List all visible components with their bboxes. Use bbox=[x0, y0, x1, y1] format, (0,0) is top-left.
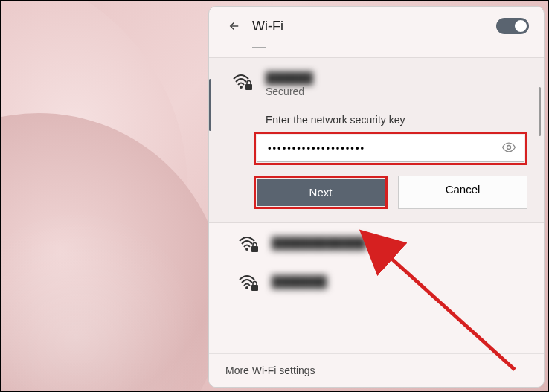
password-input-highlight bbox=[254, 132, 527, 165]
wifi-secured-icon bbox=[231, 71, 252, 89]
back-button[interactable] bbox=[224, 16, 245, 36]
svg-rect-6 bbox=[251, 285, 258, 291]
reveal-password-button[interactable] bbox=[501, 140, 516, 158]
available-network-item[interactable]: ███████ bbox=[209, 262, 544, 301]
svg-rect-4 bbox=[251, 246, 258, 252]
network-status: Secured bbox=[266, 86, 313, 97]
svg-rect-1 bbox=[245, 84, 252, 90]
svg-point-2 bbox=[507, 145, 511, 149]
wifi-toggle[interactable] bbox=[496, 18, 529, 34]
password-prompt: Enter the network security key bbox=[266, 114, 544, 126]
password-input[interactable] bbox=[257, 135, 524, 162]
flyout-header: Wi-Fi bbox=[209, 7, 544, 42]
svg-point-3 bbox=[245, 248, 248, 251]
svg-point-5 bbox=[245, 286, 248, 289]
available-network-item[interactable]: ████████████ bbox=[209, 223, 544, 262]
next-button-highlight: Next bbox=[254, 176, 388, 209]
wifi-secured-icon bbox=[237, 234, 258, 251]
wifi-flyout-panel: Wi-Fi ██████ Secured Enter the network bbox=[208, 6, 545, 388]
arrow-left-icon bbox=[228, 19, 241, 33]
network-header: ██████ Secured bbox=[209, 58, 544, 103]
wifi-secured-icon bbox=[237, 272, 258, 290]
button-row: Next Cancel bbox=[254, 176, 527, 209]
network-ssid: ███████ bbox=[272, 275, 327, 288]
more-wifi-settings-link[interactable]: More Wi-Fi settings bbox=[209, 353, 544, 387]
page-title: Wi-Fi bbox=[252, 19, 283, 34]
active-network-card: ██████ Secured Enter the network securit… bbox=[209, 57, 544, 223]
selection-indicator bbox=[209, 79, 211, 131]
scrollbar-thumb[interactable] bbox=[539, 87, 541, 136]
divider bbox=[252, 47, 266, 48]
network-ssid: ████████████ bbox=[272, 237, 367, 249]
eye-icon bbox=[501, 140, 516, 155]
cancel-button[interactable]: Cancel bbox=[398, 176, 527, 209]
network-ssid: ██████ bbox=[266, 71, 313, 84]
next-button[interactable]: Next bbox=[257, 179, 385, 206]
svg-point-0 bbox=[240, 86, 243, 89]
